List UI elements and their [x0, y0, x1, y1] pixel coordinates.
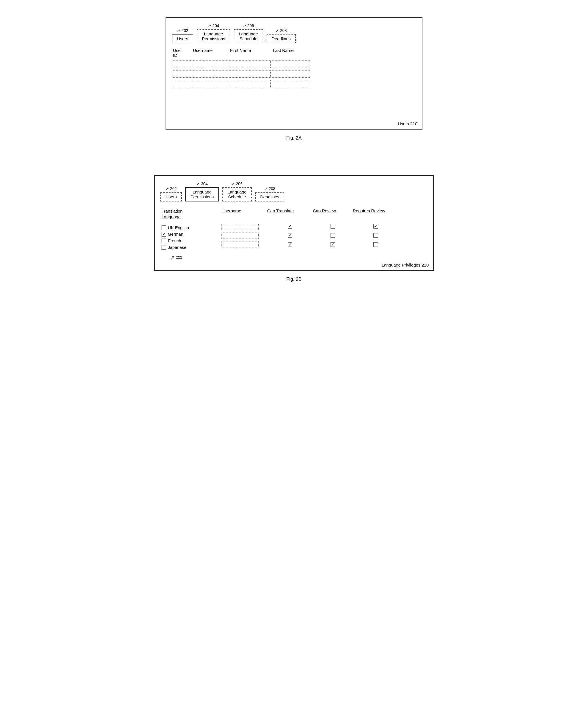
col-header-requiresreview: Requires Review: [353, 208, 398, 213]
table-row: [173, 80, 310, 87]
lang-privileges-label: Language Privileges 220: [382, 262, 429, 267]
col-header-cantranslate: Can Translate: [267, 208, 313, 213]
requiresreview-row2: [373, 233, 378, 238]
cantranslate-cb-2[interactable]: [288, 233, 292, 238]
fig2b-tab-users-label: Users: [165, 194, 177, 199]
fig2b-data-area: UK English German French Japanese: [161, 224, 427, 260]
table-row: [173, 61, 310, 68]
lang-checkbox-french[interactable]: [161, 239, 166, 243]
fig2a-ref-204: ↗ 204: [208, 23, 219, 28]
fig2b-wrapper: ↗ 202 Users ↗ 204 LanguagePermissions: [23, 175, 565, 282]
fig2b-ref-204: ↗ 204: [196, 182, 208, 186]
canreview-cb-3[interactable]: [331, 242, 335, 247]
th-username: Username: [193, 48, 230, 57]
fig2a-tab-deadlines[interactable]: Deadlines: [267, 34, 296, 43]
fig2a-content: UserID Username First Name Last Name: [166, 43, 422, 129]
table-row: [173, 70, 310, 78]
fig2b-col-headers: TranslationLanguage Username Can Transla…: [161, 208, 427, 219]
col-header-username: Username: [222, 208, 267, 213]
fig2b-tab-202-block: ↗ 202 Users: [160, 186, 182, 202]
fig2a-tab-202-block: ↗ 202 Users: [172, 28, 193, 43]
fig2a-table-headers: UserID Username First Name Last Name: [173, 48, 415, 57]
fig2a-tabs-area: ↗ 202 Users ↗ 204 LanguagePermissions: [166, 18, 422, 43]
th-userid: UserID: [173, 48, 193, 57]
fig2a-table-rows: [173, 61, 415, 87]
col-header-canreview: Can Review: [313, 208, 353, 213]
canreview-col: [313, 224, 353, 247]
canreview-cb-1[interactable]: [331, 224, 335, 229]
cantranslate-col: [267, 224, 313, 247]
canreview-row2: [331, 233, 335, 238]
fig2b-caption: Fig. 2B: [286, 276, 302, 282]
requiresreview-row1: [373, 224, 378, 229]
fig2b-tab-users[interactable]: Users: [160, 192, 182, 202]
username-input-3[interactable]: [222, 241, 259, 247]
lang-label-german: German: [168, 232, 183, 237]
fig2a-diagram: ↗ 202 Users ↗ 204 LanguagePermissions: [165, 17, 423, 130]
username-input-2[interactable]: [222, 233, 259, 239]
requiresreview-row3: [373, 242, 378, 247]
lang-checkbox-japanese[interactable]: [161, 245, 166, 250]
fig2b-content: TranslationLanguage Username Can Transla…: [155, 202, 433, 264]
fig2a-tab-204-block: ↗ 204 LanguagePermissions: [197, 23, 230, 43]
lang-label-french: French: [168, 238, 181, 243]
fig2a-ref-206: ↗ 206: [243, 23, 254, 28]
fig2b-tabs-area: ↗ 202 Users ↗ 204 LanguagePermissions: [155, 176, 433, 202]
th-lastname: Last Name: [273, 48, 313, 57]
requiresreview-cb-2[interactable]: [373, 233, 378, 238]
fig2b-ref-202: ↗ 202: [165, 186, 177, 191]
cantranslate-cb-1[interactable]: [288, 224, 292, 229]
fig2a-tab-users[interactable]: Users: [172, 34, 193, 43]
requiresreview-cb-3[interactable]: [373, 242, 378, 247]
canreview-row1: [331, 224, 335, 229]
fig2a-tab-langperms[interactable]: LanguagePermissions: [197, 29, 230, 43]
canreview-row3: [331, 242, 335, 247]
fig2a-ref-202: ↗ 202: [177, 28, 188, 33]
fig2b-tab-206-block: ↗ 206 LanguageSchedule: [222, 182, 252, 202]
list-item: German: [161, 232, 222, 237]
fig2a-tab-users-label: Users: [177, 36, 188, 41]
fig2b-ref-208: ↗ 208: [264, 186, 275, 191]
fig2a-ref-208: ↗ 208: [275, 28, 286, 33]
canreview-cb-2[interactable]: [331, 233, 335, 238]
username-input-1[interactable]: [222, 224, 259, 230]
fig2a-tab-208-block: ↗ 208 Deadlines: [267, 28, 296, 43]
lang-label-ukenglish: UK English: [168, 225, 189, 230]
username-col: [222, 224, 267, 247]
cantranslate-row2: [288, 233, 292, 238]
lang-label-japanese: Japanese: [168, 245, 187, 250]
lang-checkbox-german[interactable]: [161, 232, 166, 237]
ref-222-label: ↗ 222: [170, 253, 222, 260]
fig2a-wrapper: ↗ 202 Users ↗ 204 LanguagePermissions: [23, 17, 565, 141]
lang-checkbox-ukenglish[interactable]: [161, 225, 166, 230]
fig2b-tab-204-block: ↗ 204 LanguagePermissions: [185, 182, 219, 202]
fig2b-diagram: ↗ 202 Users ↗ 204 LanguagePermissions: [154, 175, 434, 271]
cantranslate-cb-3[interactable]: [288, 242, 292, 247]
cantranslate-row3: [288, 242, 292, 247]
list-item: French: [161, 238, 222, 243]
requiresreview-col: [353, 224, 398, 247]
fig2a-tab-langsched[interactable]: LanguageSchedule: [234, 29, 263, 43]
fig2b-tab-deadlines[interactable]: Deadlines: [255, 192, 284, 202]
fig2a-caption: Fig. 2A: [286, 135, 302, 141]
list-item: Japanese: [161, 245, 222, 250]
col-header-translation: TranslationLanguage: [161, 208, 222, 219]
list-item: UK English: [161, 225, 222, 230]
fig2a-tab-206-block: ↗ 206 LanguageSchedule: [234, 23, 263, 43]
requiresreview-cb-1[interactable]: [373, 224, 378, 229]
th-firstname: First Name: [230, 48, 273, 57]
fig2b-tab-208-block: ↗ 208 Deadlines: [255, 186, 284, 202]
lang-col: UK English German French Japanese: [161, 224, 222, 260]
fig2b-tab-langsched[interactable]: LanguageSchedule: [222, 187, 252, 202]
cantranslate-row1: [288, 224, 292, 229]
fig2b-ref-206: ↗ 206: [231, 182, 243, 186]
fig2b-tab-langperms[interactable]: LanguagePermissions: [185, 187, 219, 202]
users-label: Users 210: [398, 121, 417, 126]
